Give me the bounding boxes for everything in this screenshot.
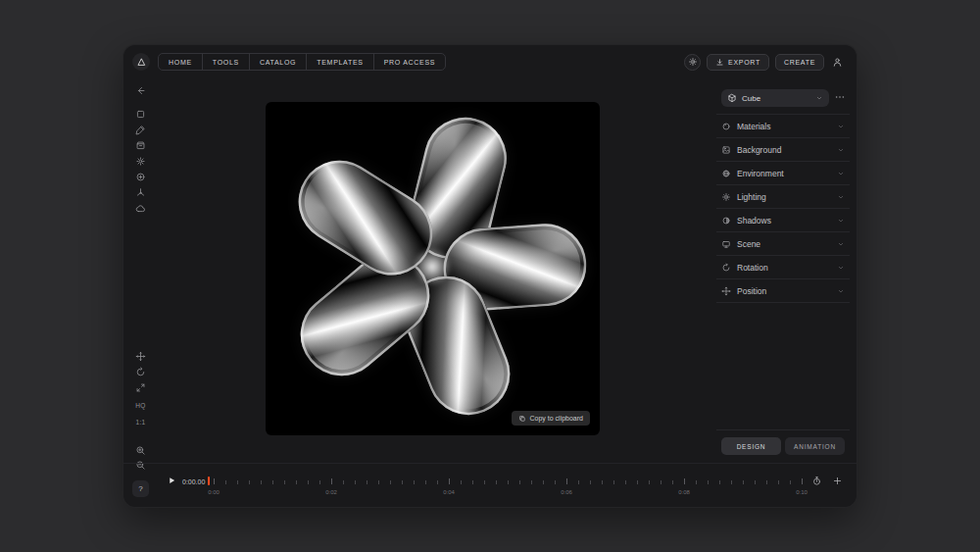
lighting-icon	[721, 192, 731, 202]
nav-item-pro-access[interactable]: PRO ACCESS	[373, 54, 446, 70]
section-scene[interactable]: Scene	[716, 232, 850, 256]
zoom-in-button[interactable]	[132, 442, 149, 458]
object-selector-value: Cube	[742, 94, 760, 103]
app-window: HOME TOOLS CATALOG TEMPLATES PRO ACCESS …	[122, 44, 858, 508]
tool-cloud-button[interactable]	[132, 200, 149, 216]
properties-panel: Cube Materials Background	[716, 45, 850, 507]
shadows-icon	[721, 216, 731, 226]
scene-icon	[721, 239, 731, 249]
viewport-canvas[interactable]: Copy to clipboard	[266, 102, 600, 435]
section-label: Scene	[737, 239, 760, 249]
background-icon	[721, 145, 731, 155]
section-label: Environment	[737, 169, 784, 178]
section-label: Position	[737, 286, 766, 296]
section-environment[interactable]: Environment	[716, 162, 850, 185]
tool-shape-button[interactable]	[132, 106, 149, 122]
move-tool-button[interactable]	[132, 348, 149, 364]
rotation-icon	[721, 263, 731, 273]
quality-toggle[interactable]: HQ	[132, 402, 149, 409]
shape-icon	[135, 109, 146, 120]
section-rotation[interactable]: Rotation	[716, 256, 850, 279]
mode-tabs: DESIGN ANIMATION	[716, 429, 850, 455]
section-materials[interactable]: Materials	[716, 115, 850, 138]
chevron-down-icon	[837, 146, 845, 154]
rotate-icon	[135, 367, 146, 377]
more-options-button[interactable]	[834, 91, 846, 103]
axis-3d-icon	[135, 187, 146, 198]
main-nav: HOME TOOLS CATALOG TEMPLATES PRO ACCESS	[158, 53, 446, 71]
tab-design[interactable]: DESIGN	[721, 437, 781, 455]
chevron-down-icon	[815, 94, 823, 102]
chevron-down-icon	[837, 240, 845, 248]
app-logo-icon[interactable]	[132, 53, 150, 71]
timeline-major-ticks	[214, 478, 802, 484]
chevron-down-icon	[837, 217, 845, 225]
cube-icon	[727, 93, 737, 103]
nav-item-templates[interactable]: TEMPLATES	[306, 54, 372, 70]
back-button[interactable]	[132, 82, 149, 98]
reset-rotation-button[interactable]	[132, 364, 149, 379]
tool-add-button[interactable]	[132, 169, 149, 184]
section-label: Background	[737, 145, 781, 155]
chevron-down-icon	[837, 193, 845, 201]
tick-label: 0:06	[561, 489, 572, 495]
expand-icon	[135, 382, 146, 393]
object-selector-dropdown[interactable]: Cube	[721, 89, 829, 107]
section-label: Materials	[737, 122, 770, 131]
tick-label: 0:04	[443, 489, 455, 495]
tick-label: 0:00	[208, 489, 220, 495]
tick-label: 0:08	[678, 489, 690, 495]
copy-to-clipboard-label: Copy to clipboard	[530, 415, 583, 422]
sun-icon	[688, 57, 698, 67]
add-circle-icon	[135, 172, 146, 182]
play-button[interactable]	[167, 476, 176, 485]
section-lighting[interactable]: Lighting	[716, 185, 850, 209]
property-sections: Materials Background Environment Lightin…	[716, 114, 850, 303]
current-time-label: 0:00.00	[182, 478, 205, 485]
copy-icon	[518, 415, 526, 423]
tick-label: 0:10	[796, 489, 808, 495]
section-shadows[interactable]: Shadows	[716, 209, 850, 232]
tool-gizmo-button[interactable]	[132, 184, 149, 200]
timeline-bar: 0:00.00 0:00 0:02 0:04 0:06 0:08 0:10	[123, 463, 857, 507]
timeline-tick-labels: 0:00 0:02 0:04 0:06 0:08 0:10	[214, 489, 802, 497]
add-keyframe-button[interactable]	[832, 476, 843, 486]
materials-icon	[721, 122, 731, 131]
section-label: Shadows	[737, 216, 771, 226]
move-icon	[135, 351, 146, 362]
aspect-ratio-toggle[interactable]: 1:1	[132, 419, 149, 426]
section-label: Rotation	[737, 263, 768, 273]
chevron-down-icon	[837, 170, 845, 177]
chevron-down-icon	[837, 123, 845, 130]
section-background[interactable]: Background	[716, 138, 850, 162]
tick-label: 0:02	[325, 489, 337, 495]
zoom-in-icon	[135, 445, 146, 456]
copy-to-clipboard-button[interactable]: Copy to clipboard	[512, 411, 590, 426]
nav-item-catalog[interactable]: CATALOG	[249, 54, 306, 70]
cloud-icon	[135, 203, 146, 214]
stopwatch-button[interactable]	[811, 476, 822, 486]
section-position[interactable]: Position	[716, 279, 850, 303]
environment-icon	[721, 169, 731, 178]
chevron-down-icon	[837, 287, 845, 295]
nav-item-tools[interactable]: TOOLS	[202, 54, 249, 70]
ellipsis-icon	[834, 91, 846, 103]
timeline-actions	[811, 476, 843, 486]
section-label: Lighting	[737, 192, 766, 202]
pen-icon	[135, 125, 146, 135]
tool-pen-button[interactable]	[132, 122, 149, 137]
fullscreen-button[interactable]	[132, 379, 149, 395]
playhead-marker[interactable]	[208, 477, 210, 485]
position-icon	[721, 286, 731, 296]
arrow-left-icon	[135, 85, 146, 96]
tool-library-button[interactable]	[132, 137, 149, 153]
archive-icon	[135, 140, 146, 151]
chevron-down-icon	[837, 264, 845, 272]
gear-icon	[135, 156, 146, 167]
tool-settings-button[interactable]	[132, 153, 149, 169]
theme-toggle-button[interactable]	[684, 54, 701, 71]
nav-item-home[interactable]: HOME	[159, 54, 202, 70]
tab-animation[interactable]: ANIMATION	[785, 437, 845, 455]
